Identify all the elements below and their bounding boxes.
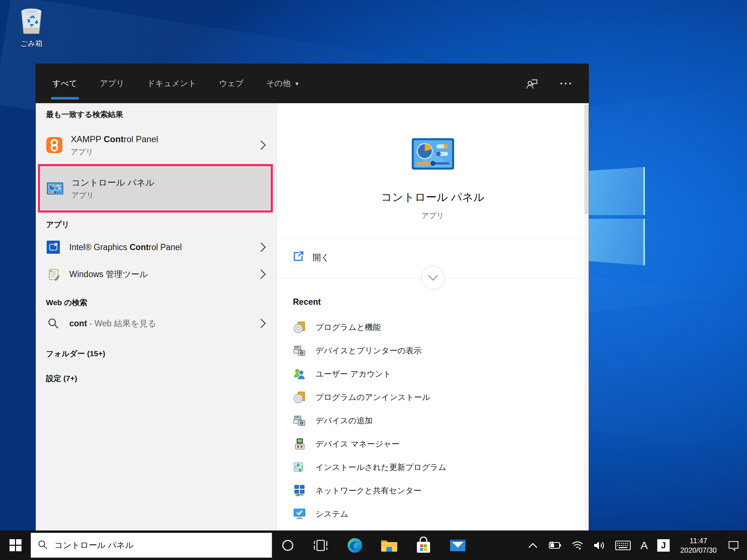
folders-section-label[interactable]: フォルダー (15+) [36, 348, 276, 359]
web-search-section-label: Web の検索 [36, 297, 276, 308]
search-filter-tabs: すべて アプリ ドキュメント ウェブ その他▼ [53, 64, 300, 103]
detail-preview: コントロール パネル アプリ [277, 103, 589, 239]
tab-all[interactable]: すべて [53, 64, 77, 103]
recent-item-installed-updates[interactable]: インストールされた更新プログラム [293, 456, 589, 479]
recent-item-device-manager[interactable]: デバイス マネージャー [293, 432, 589, 456]
search-filter-bar: すべて アプリ ドキュメント ウェブ その他▼ [36, 64, 589, 103]
recycle-bin-icon [17, 31, 46, 37]
system-tray: A J 11:47 2020/07/30 [523, 530, 747, 560]
result-title: コントロール パネル [71, 178, 154, 187]
detail-title: コントロール パネル [277, 190, 589, 205]
recent-item-user-accounts[interactable]: ユーザー アカウント [293, 362, 589, 386]
result-subtitle: アプリ [71, 190, 154, 200]
intel-graphics-icon [46, 240, 61, 254]
taskbar: A J 11:47 2020/07/30 [0, 530, 747, 560]
recent-item-uninstall-program[interactable]: プログラムのアンインストール [293, 386, 589, 409]
search-icon [38, 540, 48, 551]
open-action[interactable]: 開く [293, 251, 330, 264]
ime-language-indicator[interactable]: J [653, 530, 674, 560]
settings-section-label[interactable]: 設定 (7+) [36, 373, 276, 384]
result-windows-admin-tools[interactable]: Windows 管理ツール [36, 261, 276, 288]
devices-and-printers-icon [293, 345, 306, 357]
recycle-bin-shortcut[interactable]: ごみ箱 [11, 5, 52, 48]
tab-documents[interactable]: ドキュメント [147, 64, 196, 103]
result-subtitle: アプリ [71, 147, 158, 156]
chevron-right-icon[interactable] [260, 318, 266, 329]
windows-search-panel: すべて アプリ ドキュメント ウェブ その他▼ 最も一致する [36, 64, 589, 530]
open-external-icon [293, 251, 304, 264]
wifi-icon[interactable] [566, 530, 588, 560]
uninstall-program-icon [293, 391, 306, 404]
chevron-down-icon: ▼ [294, 81, 300, 87]
tab-more[interactable]: その他▼ [266, 64, 300, 103]
chevron-right-icon[interactable] [260, 140, 266, 151]
admin-tools-icon [46, 267, 61, 281]
volume-icon[interactable] [588, 530, 610, 560]
more-options-icon[interactable] [560, 82, 572, 85]
user-accounts-icon [293, 368, 306, 380]
network-sharing-icon [293, 485, 306, 497]
system-icon [293, 508, 306, 520]
recent-item-devices-and-printers[interactable]: デバイスとプリンターの表示 [293, 339, 589, 362]
microsoft-store-button[interactable] [406, 530, 441, 560]
installed-updates-icon [293, 461, 306, 474]
result-title: cont - Web 結果を見る [69, 318, 156, 329]
open-action-label: 開く [313, 252, 330, 263]
chevron-right-icon[interactable] [260, 269, 266, 280]
search-icon [46, 318, 61, 329]
clock-date: 2020/07/30 [680, 545, 717, 555]
result-title: Windows 管理ツール [69, 269, 148, 280]
taskbar-search-box[interactable] [31, 533, 272, 558]
mail-button[interactable] [441, 530, 475, 560]
clock-time: 11:47 [680, 536, 717, 545]
xampp-icon [46, 137, 63, 153]
device-manager-icon [293, 438, 306, 450]
feedback-icon[interactable] [525, 77, 538, 90]
tab-apps[interactable]: アプリ [100, 64, 125, 103]
touch-keyboard-icon[interactable] [610, 530, 636, 560]
control-panel-icon-large [411, 165, 455, 171]
result-detail-pane: コントロール パネル アプリ 開く R [276, 103, 589, 530]
result-title: XAMPP Control Panel [71, 134, 158, 144]
result-intel-graphics-control-panel[interactable]: Intel® Graphics Control Panel [36, 234, 276, 261]
file-explorer-button[interactable] [372, 530, 406, 560]
recent-section-label: Recent [293, 297, 589, 307]
ime-mode-indicator[interactable]: A [636, 530, 653, 560]
selected-result-container: コントロール パネル アプリ [41, 167, 270, 210]
recent-item-system[interactable]: システム [293, 502, 589, 526]
result-xampp-control-panel[interactable]: XAMPP Control Panel アプリ [36, 128, 276, 162]
battery-icon[interactable] [542, 530, 566, 560]
programs-and-features-icon [293, 321, 306, 334]
result-control-panel[interactable]: コントロール パネル アプリ [41, 167, 270, 210]
detail-subtitle: アプリ [277, 211, 589, 221]
expand-actions-button[interactable] [421, 266, 445, 290]
detail-scrollbar[interactable] [584, 103, 589, 530]
result-web-search-cont[interactable]: cont - Web 結果を見る [36, 311, 276, 336]
result-title: Intel® Graphics Control Panel [69, 242, 182, 252]
recycle-bin-label: ごみ箱 [11, 39, 52, 48]
taskbar-clock[interactable]: 11:47 2020/07/30 [674, 536, 723, 555]
add-device-icon [293, 415, 306, 427]
recent-section: Recent プログラムと機能 [277, 278, 589, 526]
edge-browser-button[interactable] [338, 530, 372, 560]
chevron-right-icon[interactable] [260, 242, 266, 253]
start-button[interactable] [0, 530, 31, 560]
task-view-button[interactable] [303, 530, 338, 560]
apps-section-label: アプリ [36, 219, 276, 230]
detail-actions: 開く [277, 239, 589, 278]
cortana-button[interactable] [272, 530, 303, 560]
tab-web[interactable]: ウェブ [219, 64, 244, 103]
control-panel-icon [47, 182, 63, 195]
search-results-list: 最も一致する検索結果 XAMPP Control Panel アプリ [36, 103, 276, 530]
recent-item-programs-and-features[interactable]: プログラムと機能 [293, 316, 589, 339]
windows-logo-icon [9, 539, 22, 551]
action-center-icon[interactable] [723, 530, 747, 560]
recent-item-network-sharing[interactable]: ネットワークと共有センター [293, 479, 589, 502]
search-input[interactable] [54, 540, 265, 550]
best-match-section-label: 最も一致する検索結果 [36, 109, 276, 120]
scrollbar-thumb[interactable] [584, 105, 589, 214]
tray-overflow-chevron-icon[interactable] [523, 530, 542, 560]
recent-item-add-device[interactable]: デバイスの追加 [293, 409, 589, 432]
cortana-icon [282, 540, 293, 551]
